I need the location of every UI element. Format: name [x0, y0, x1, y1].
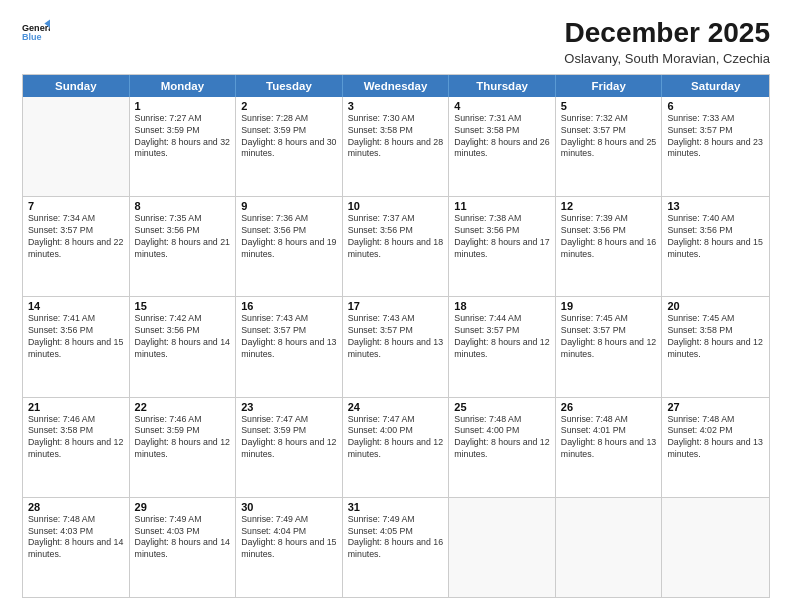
- cell-info: Sunrise: 7:44 AMSunset: 3:57 PMDaylight:…: [454, 313, 550, 361]
- calendar-row: 28Sunrise: 7:48 AMSunset: 4:03 PMDayligh…: [23, 498, 769, 597]
- cell-info: Sunrise: 7:49 AMSunset: 4:03 PMDaylight:…: [135, 514, 231, 562]
- calendar-cell: 16Sunrise: 7:43 AMSunset: 3:57 PMDayligh…: [236, 297, 343, 396]
- calendar-row: 1Sunrise: 7:27 AMSunset: 3:59 PMDaylight…: [23, 97, 769, 197]
- calendar-cell: 13Sunrise: 7:40 AMSunset: 3:56 PMDayligh…: [662, 197, 769, 296]
- calendar-cell: 11Sunrise: 7:38 AMSunset: 3:56 PMDayligh…: [449, 197, 556, 296]
- cell-info: Sunrise: 7:47 AMSunset: 3:59 PMDaylight:…: [241, 414, 337, 462]
- calendar-cell: 7Sunrise: 7:34 AMSunset: 3:57 PMDaylight…: [23, 197, 130, 296]
- month-title: December 2025: [564, 18, 770, 49]
- day-number: 9: [241, 200, 337, 212]
- day-number: 30: [241, 501, 337, 513]
- day-number: 10: [348, 200, 444, 212]
- day-number: 28: [28, 501, 124, 513]
- cell-info: Sunrise: 7:47 AMSunset: 4:00 PMDaylight:…: [348, 414, 444, 462]
- cell-info: Sunrise: 7:34 AMSunset: 3:57 PMDaylight:…: [28, 213, 124, 261]
- calendar-header-cell: Wednesday: [343, 75, 450, 97]
- cell-info: Sunrise: 7:27 AMSunset: 3:59 PMDaylight:…: [135, 113, 231, 161]
- calendar-cell: 17Sunrise: 7:43 AMSunset: 3:57 PMDayligh…: [343, 297, 450, 396]
- calendar-cell: 4Sunrise: 7:31 AMSunset: 3:58 PMDaylight…: [449, 97, 556, 196]
- calendar-cell: 2Sunrise: 7:28 AMSunset: 3:59 PMDaylight…: [236, 97, 343, 196]
- cell-info: Sunrise: 7:33 AMSunset: 3:57 PMDaylight:…: [667, 113, 764, 161]
- calendar-cell: [23, 97, 130, 196]
- day-number: 29: [135, 501, 231, 513]
- calendar-cell: 18Sunrise: 7:44 AMSunset: 3:57 PMDayligh…: [449, 297, 556, 396]
- cell-info: Sunrise: 7:49 AMSunset: 4:05 PMDaylight:…: [348, 514, 444, 562]
- cell-info: Sunrise: 7:48 AMSunset: 4:03 PMDaylight:…: [28, 514, 124, 562]
- calendar-cell: 5Sunrise: 7:32 AMSunset: 3:57 PMDaylight…: [556, 97, 663, 196]
- day-number: 25: [454, 401, 550, 413]
- cell-info: Sunrise: 7:31 AMSunset: 3:58 PMDaylight:…: [454, 113, 550, 161]
- day-number: 18: [454, 300, 550, 312]
- calendar-cell: 10Sunrise: 7:37 AMSunset: 3:56 PMDayligh…: [343, 197, 450, 296]
- calendar-cell: 9Sunrise: 7:36 AMSunset: 3:56 PMDaylight…: [236, 197, 343, 296]
- logo: General Blue: [22, 18, 50, 46]
- calendar-cell: 24Sunrise: 7:47 AMSunset: 4:00 PMDayligh…: [343, 398, 450, 497]
- calendar-header-cell: Sunday: [23, 75, 130, 97]
- calendar-cell: 1Sunrise: 7:27 AMSunset: 3:59 PMDaylight…: [130, 97, 237, 196]
- calendar-cell: 23Sunrise: 7:47 AMSunset: 3:59 PMDayligh…: [236, 398, 343, 497]
- cell-info: Sunrise: 7:49 AMSunset: 4:04 PMDaylight:…: [241, 514, 337, 562]
- calendar-header: SundayMondayTuesdayWednesdayThursdayFrid…: [23, 75, 769, 97]
- cell-info: Sunrise: 7:43 AMSunset: 3:57 PMDaylight:…: [241, 313, 337, 361]
- title-block: December 2025 Oslavany, South Moravian, …: [564, 18, 770, 66]
- day-number: 14: [28, 300, 124, 312]
- day-number: 7: [28, 200, 124, 212]
- cell-info: Sunrise: 7:42 AMSunset: 3:56 PMDaylight:…: [135, 313, 231, 361]
- cell-info: Sunrise: 7:45 AMSunset: 3:57 PMDaylight:…: [561, 313, 657, 361]
- calendar-cell: 8Sunrise: 7:35 AMSunset: 3:56 PMDaylight…: [130, 197, 237, 296]
- calendar-cell: 25Sunrise: 7:48 AMSunset: 4:00 PMDayligh…: [449, 398, 556, 497]
- day-number: 21: [28, 401, 124, 413]
- day-number: 17: [348, 300, 444, 312]
- cell-info: Sunrise: 7:46 AMSunset: 3:58 PMDaylight:…: [28, 414, 124, 462]
- cell-info: Sunrise: 7:30 AMSunset: 3:58 PMDaylight:…: [348, 113, 444, 161]
- calendar-cell: 6Sunrise: 7:33 AMSunset: 3:57 PMDaylight…: [662, 97, 769, 196]
- day-number: 23: [241, 401, 337, 413]
- day-number: 5: [561, 100, 657, 112]
- calendar-row: 21Sunrise: 7:46 AMSunset: 3:58 PMDayligh…: [23, 398, 769, 498]
- calendar-cell: 19Sunrise: 7:45 AMSunset: 3:57 PMDayligh…: [556, 297, 663, 396]
- cell-info: Sunrise: 7:39 AMSunset: 3:56 PMDaylight:…: [561, 213, 657, 261]
- day-number: 11: [454, 200, 550, 212]
- cell-info: Sunrise: 7:40 AMSunset: 3:56 PMDaylight:…: [667, 213, 764, 261]
- calendar-cell: 15Sunrise: 7:42 AMSunset: 3:56 PMDayligh…: [130, 297, 237, 396]
- calendar-header-cell: Monday: [130, 75, 237, 97]
- header: General Blue December 2025 Oslavany, Sou…: [22, 18, 770, 66]
- cell-info: Sunrise: 7:38 AMSunset: 3:56 PMDaylight:…: [454, 213, 550, 261]
- calendar-cell: 29Sunrise: 7:49 AMSunset: 4:03 PMDayligh…: [130, 498, 237, 597]
- day-number: 27: [667, 401, 764, 413]
- location: Oslavany, South Moravian, Czechia: [564, 51, 770, 66]
- calendar-header-cell: Thursday: [449, 75, 556, 97]
- day-number: 31: [348, 501, 444, 513]
- calendar-cell: 12Sunrise: 7:39 AMSunset: 3:56 PMDayligh…: [556, 197, 663, 296]
- calendar-cell: 31Sunrise: 7:49 AMSunset: 4:05 PMDayligh…: [343, 498, 450, 597]
- day-number: 2: [241, 100, 337, 112]
- day-number: 22: [135, 401, 231, 413]
- cell-info: Sunrise: 7:48 AMSunset: 4:02 PMDaylight:…: [667, 414, 764, 462]
- cell-info: Sunrise: 7:37 AMSunset: 3:56 PMDaylight:…: [348, 213, 444, 261]
- day-number: 4: [454, 100, 550, 112]
- cell-info: Sunrise: 7:46 AMSunset: 3:59 PMDaylight:…: [135, 414, 231, 462]
- calendar-header-cell: Tuesday: [236, 75, 343, 97]
- day-number: 8: [135, 200, 231, 212]
- calendar-cell: [556, 498, 663, 597]
- cell-info: Sunrise: 7:48 AMSunset: 4:00 PMDaylight:…: [454, 414, 550, 462]
- svg-text:Blue: Blue: [22, 32, 42, 42]
- day-number: 6: [667, 100, 764, 112]
- cell-info: Sunrise: 7:36 AMSunset: 3:56 PMDaylight:…: [241, 213, 337, 261]
- calendar-body: 1Sunrise: 7:27 AMSunset: 3:59 PMDaylight…: [23, 97, 769, 597]
- day-number: 1: [135, 100, 231, 112]
- calendar-cell: [662, 498, 769, 597]
- cell-info: Sunrise: 7:48 AMSunset: 4:01 PMDaylight:…: [561, 414, 657, 462]
- calendar-cell: 22Sunrise: 7:46 AMSunset: 3:59 PMDayligh…: [130, 398, 237, 497]
- calendar-cell: 28Sunrise: 7:48 AMSunset: 4:03 PMDayligh…: [23, 498, 130, 597]
- cell-info: Sunrise: 7:32 AMSunset: 3:57 PMDaylight:…: [561, 113, 657, 161]
- calendar-cell: 30Sunrise: 7:49 AMSunset: 4:04 PMDayligh…: [236, 498, 343, 597]
- calendar-row: 7Sunrise: 7:34 AMSunset: 3:57 PMDaylight…: [23, 197, 769, 297]
- cell-info: Sunrise: 7:41 AMSunset: 3:56 PMDaylight:…: [28, 313, 124, 361]
- calendar-row: 14Sunrise: 7:41 AMSunset: 3:56 PMDayligh…: [23, 297, 769, 397]
- day-number: 20: [667, 300, 764, 312]
- day-number: 19: [561, 300, 657, 312]
- day-number: 26: [561, 401, 657, 413]
- day-number: 13: [667, 200, 764, 212]
- calendar-header-cell: Saturday: [662, 75, 769, 97]
